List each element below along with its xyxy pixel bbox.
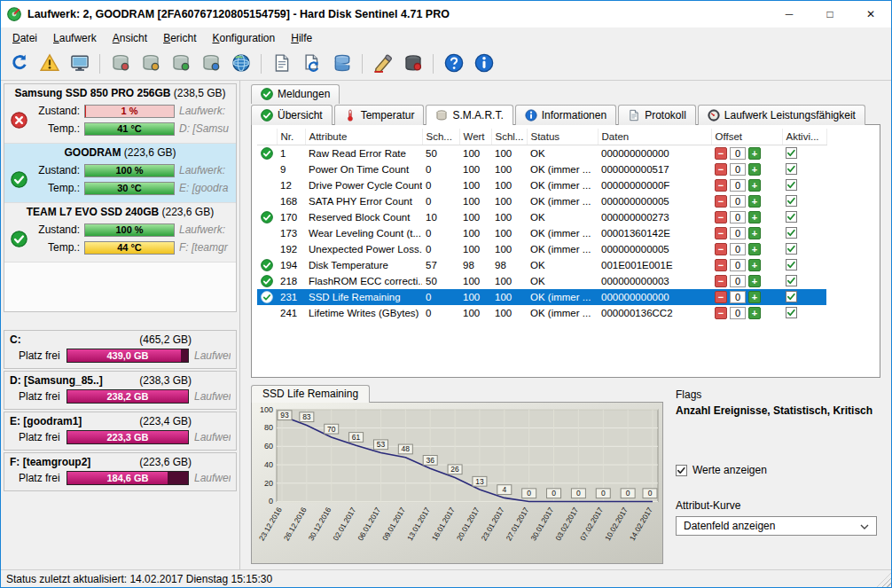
tab-temperatur[interactable]: Temperatur [334,105,425,125]
active-checkbox[interactable] [786,227,797,239]
offset-increase-button[interactable]: + [748,291,761,303]
close-button[interactable]: ✕ [850,1,891,27]
active-checkbox[interactable] [786,179,797,191]
resize-grip[interactable] [877,573,891,587]
info-button[interactable] [471,51,497,77]
offset-increase-button[interactable]: + [748,227,761,239]
partition-item[interactable]: E: [goodram1](223,4 GB)Platz frei223,3 G… [4,412,237,451]
partition-item[interactable]: F: [teamgroup2](223,6 GB)Platz frei184,6… [4,452,237,491]
smart-attribute-row[interactable]: 1Raw Read Error Rate50100100OK0000000000… [257,145,826,161]
column-header-offset[interactable]: Offset [711,129,782,145]
offset-increase-button[interactable]: + [748,243,761,255]
disks-button[interactable] [329,51,355,77]
column-header-aktivi[interactable]: Aktivi... [782,129,826,145]
menu-bericht[interactable]: Bericht [155,29,204,47]
smart-attribute-row[interactable]: 173Wear Leveling Count (t...0100100OK (i… [257,225,826,241]
tab-laufwerk-leistungsfaehigkeit[interactable]: Laufwerk Leistungsfähigkeit [698,105,865,125]
chart-tab[interactable]: SSD Life Remaining [251,385,370,403]
partition-item[interactable]: D: [Samsung_85..](238,3 GB)Platz frei238… [4,371,237,410]
monitor-button[interactable] [67,51,92,77]
active-checkbox[interactable] [786,147,797,159]
offset-increase-button[interactable]: + [748,211,761,223]
column-header-status[interactable]: Status [527,129,598,145]
offset-increase-button[interactable]: + [748,275,761,287]
offset-increase-button[interactable]: + [748,179,761,192]
menu-konfiguration[interactable]: Konfiguration [204,29,283,47]
smart-attribute-row[interactable]: 194Disk Temperature579898OK001E001E001E−… [257,257,826,273]
smart-attribute-row[interactable]: 170Reserved Block Count10100100OK0000000… [257,209,826,225]
offset-increase-button[interactable]: + [748,147,761,160]
active-checkbox[interactable] [786,259,797,270]
offset-increase-button[interactable]: + [748,259,761,271]
column-header-schl[interactable]: Schl... [491,129,527,145]
partition-item[interactable]: C:(465,2 GB)Platz frei439,0 GBLaufwerk: … [4,330,237,369]
offset-decrease-button[interactable]: − [715,243,727,255]
active-checkbox[interactable] [786,163,797,175]
minimize-button[interactable]: ─ [769,1,810,27]
active-checkbox[interactable] [786,275,797,286]
alert-button[interactable] [36,51,62,77]
attribut-kurve-dropdown[interactable]: Datenfeld anzeigen [676,516,877,536]
tab-s-m-a-r-t[interactable]: S.M.A.R.T. [426,105,513,125]
active-checkbox[interactable] [786,195,797,207]
menu-laufwerk[interactable]: Laufwerk [45,29,105,47]
drive-item[interactable]: GOODRAM (223,6 GB)Zustand:100 %Laufwerk:… [4,144,236,203]
refresh-button[interactable] [6,51,32,77]
offset-decrease-button[interactable]: − [715,291,727,303]
offset-decrease-button[interactable]: − [715,259,727,271]
tab-meldungen[interactable]: Meldungen [251,84,340,104]
disk-tool-4-button[interactable] [198,51,223,77]
menu-datei[interactable]: Datei [4,29,45,47]
offset-decrease-button[interactable]: − [715,227,727,239]
disk-tool-1-button[interactable] [107,51,133,77]
globe-button[interactable] [228,51,254,77]
partition-drive-index: Laufwerk: 0 [194,349,231,362]
chart-tab-label: SSD Life Remaining [262,388,358,400]
column-header-nr[interactable]: Nr. [277,129,305,145]
active-checkbox[interactable] [786,243,797,255]
column-header-attribute[interactable]: Attribute [305,129,422,145]
werte-anzeigen-checkbox[interactable] [676,465,687,476]
active-checkbox[interactable] [786,307,797,318]
drive-item[interactable]: Samsung SSD 850 PRO 256GB (238,5 GB)Zust… [4,84,236,144]
disk-tool-2-button[interactable] [137,51,163,77]
smart-attribute-row[interactable]: 241Lifetime Writes (GBytes)0100100OK (im… [257,305,826,321]
active-checkbox[interactable] [786,291,797,302]
column-header-sch[interactable]: Sch... [422,129,459,145]
tab-protokoll[interactable]: Protokoll [618,105,696,125]
offset-increase-button[interactable]: + [748,195,761,208]
column-header-daten[interactable]: Daten [598,129,711,145]
write-test-button[interactable] [370,51,395,77]
attribute-status: OK [527,257,598,273]
maximize-button[interactable]: □ [810,1,850,27]
offset-increase-button[interactable]: + [748,307,761,319]
smart-attribute-row[interactable]: 12Drive Power Cycle Count0100100OK (imme… [257,177,826,193]
report-refresh-button[interactable] [299,51,325,77]
menu-ansicht[interactable]: Ansicht [105,29,155,47]
offset-decrease-button[interactable]: − [715,163,727,176]
column-header-wert[interactable]: Wert [459,129,491,145]
smart-attribute-row[interactable]: 231SSD Life Remaining0100100OK (immer ..… [257,289,826,305]
active-checkbox[interactable] [786,211,797,223]
offset-increase-button[interactable]: + [748,163,761,176]
smart-attribute-row[interactable]: 9Power On Time Count0100100OK (immer ...… [257,161,826,177]
offset-decrease-button[interactable]: − [715,211,727,223]
offset-decrease-button[interactable]: − [715,147,727,160]
tab-informationen[interactable]: Informationen [515,105,616,125]
offset-decrease-button[interactable]: − [715,307,727,319]
dark-disk-button[interactable] [400,51,426,77]
attribute-check-empty [257,161,277,177]
report-button[interactable] [269,51,294,77]
smart-attribute-row[interactable]: 168SATA PHY Error Count0100100OK (immer … [257,193,826,209]
offset-decrease-button[interactable]: − [715,195,727,208]
menu-hilfe[interactable]: Hilfe [283,29,320,47]
disk-tool-3-button[interactable] [168,51,193,77]
offset-decrease-button[interactable]: − [715,179,727,192]
smart-attribute-row[interactable]: 192Unexpected Power Loss...0100100OK (im… [257,241,826,257]
help-button[interactable] [441,51,466,77]
offset-decrease-button[interactable]: − [715,275,727,287]
tab-uebersicht[interactable]: Übersicht [251,105,333,125]
drive-item[interactable]: TEAM L7 EVO SSD 240GB (223,6 GB)Zustand:… [4,203,236,263]
smart-attribute-row[interactable]: 218FlashROM ECC correcti...50100100OK000… [257,273,826,289]
column-header-check[interactable] [257,129,277,145]
